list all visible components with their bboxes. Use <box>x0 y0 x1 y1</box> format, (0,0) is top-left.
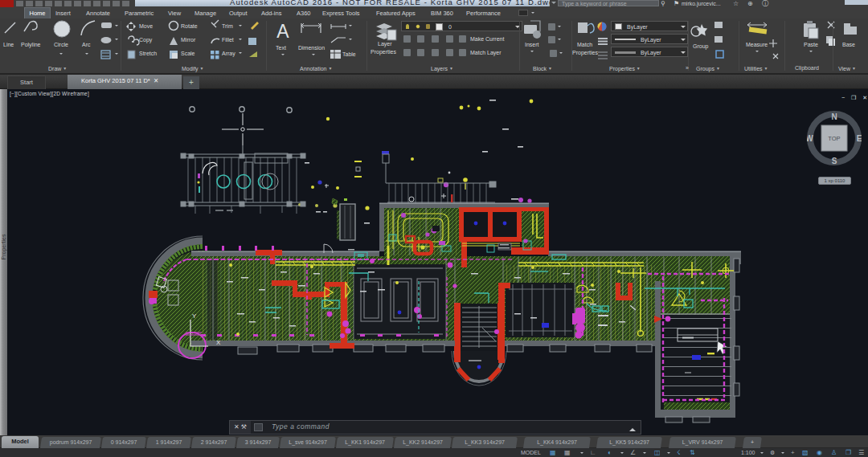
svg-text:S: S <box>832 157 837 165</box>
svg-text:E: E <box>857 134 862 143</box>
svg-text:A: A <box>276 21 289 42</box>
svg-text:TOP: TOP <box>828 135 840 142</box>
svg-text:Y: Y <box>192 312 197 320</box>
svg-text:X: X <box>216 339 221 346</box>
svg-text:N: N <box>831 112 837 121</box>
svg-text:W: W <box>807 134 813 143</box>
